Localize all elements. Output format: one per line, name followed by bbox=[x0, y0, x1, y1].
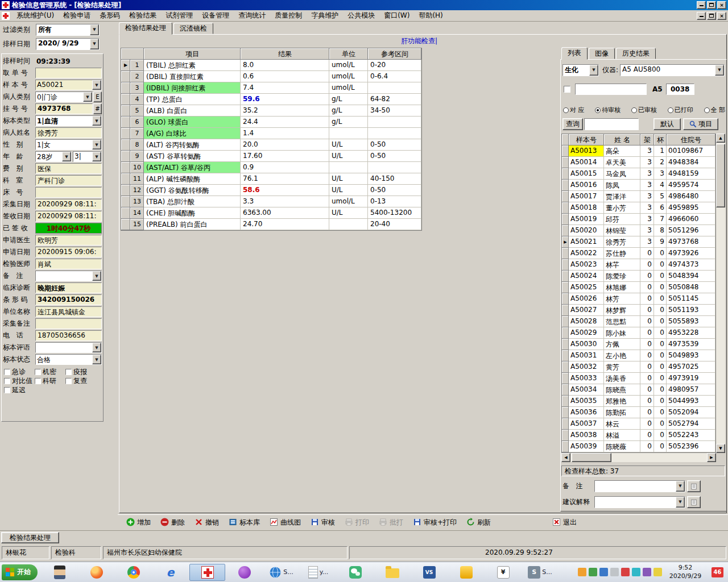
chevron-down-icon[interactable]: ▼ bbox=[90, 39, 99, 49]
notification-badge[interactable]: 46 bbox=[712, 567, 723, 577]
vs-app-taskbar-button[interactable]: VS bbox=[411, 564, 447, 581]
edit-button[interactable]: E bbox=[93, 92, 102, 102]
field-input[interactable]: 18705036656 bbox=[35, 330, 102, 341]
right-tab[interactable]: 列表 bbox=[561, 47, 588, 60]
items-button[interactable]: 项目 bbox=[683, 118, 718, 130]
sample-row[interactable]: A50039陈晓薇005052396 bbox=[562, 441, 715, 452]
result-row[interactable]: ▶1(TBIL) 总胆红素8.0umol/L0-20 bbox=[121, 60, 421, 71]
sample-row[interactable]: A50018董小芳364959895 bbox=[562, 202, 715, 214]
result-row[interactable]: 14(CHE) 胆碱酯酶6363.00U/L5400-13200 bbox=[121, 207, 421, 219]
chevron-down-icon[interactable]: ▼ bbox=[62, 152, 71, 161]
field-input[interactable] bbox=[35, 68, 102, 78]
checkbox-box[interactable] bbox=[4, 378, 10, 384]
status-radio[interactable]: 已审核 bbox=[631, 106, 657, 114]
scroll-right-icon[interactable]: ▶ bbox=[707, 453, 716, 462]
sample-row[interactable]: A50030方佩004973539 bbox=[562, 339, 715, 350]
field-input[interactable]: 4973768 bbox=[35, 103, 93, 114]
result-row[interactable]: 9(AST) 谷草转氨酶17.60U/L0-50 bbox=[121, 151, 421, 162]
field-input[interactable]: 342009150026 bbox=[35, 294, 102, 305]
chevron-down-icon[interactable]: ▼ bbox=[92, 140, 101, 149]
sample-row[interactable]: A50026林芳005051145 bbox=[562, 293, 715, 305]
checkbox-box[interactable] bbox=[65, 378, 72, 384]
minimize-button[interactable] bbox=[697, 1, 706, 9]
tray-icon[interactable] bbox=[653, 568, 662, 576]
result-value[interactable]: 7.4 bbox=[241, 82, 329, 94]
undo-button[interactable]: 撤销 bbox=[192, 517, 222, 529]
result-row[interactable]: 4(TP) 总蛋白59.6g/L64-82 bbox=[121, 94, 421, 105]
status-radio[interactable]: 已打印 bbox=[668, 106, 693, 114]
result-row[interactable]: 15(PREALB) 前白蛋白24.7020-40 bbox=[121, 219, 421, 230]
chevron-down-icon[interactable]: ▼ bbox=[589, 65, 598, 76]
sample-library-button[interactable]: 标本库 bbox=[226, 517, 263, 529]
status-radio[interactable]: 待审核 bbox=[595, 106, 621, 114]
audit-print-button[interactable]: 审核+打印 bbox=[410, 517, 460, 529]
file-explorer-taskbar-button[interactable] bbox=[374, 564, 410, 581]
patient-checkbox[interactable]: 延迟 bbox=[4, 385, 35, 395]
chrome-taskbar-button[interactable] bbox=[115, 564, 151, 581]
right-tab[interactable]: 图像 bbox=[589, 48, 615, 59]
browser-app-taskbar-button[interactable]: S... bbox=[263, 564, 299, 581]
field-input[interactable] bbox=[35, 318, 102, 329]
result-row[interactable]: 7(A/G) 白球比1.4 bbox=[121, 128, 421, 139]
result-value[interactable]: 0.9 bbox=[241, 162, 329, 173]
checkbox-box[interactable] bbox=[4, 369, 10, 375]
sample-row[interactable]: A50038林溢005052243 bbox=[562, 430, 715, 441]
menu-item[interactable]: 字典维护 bbox=[307, 10, 343, 22]
query-input[interactable] bbox=[584, 118, 639, 130]
right-tab[interactable]: 历史结果 bbox=[616, 48, 656, 59]
scrollbar-thumb[interactable] bbox=[716, 144, 725, 207]
result-value[interactable]: 35.2 bbox=[241, 105, 329, 117]
sample-row[interactable]: A50028范思黠005055893 bbox=[562, 316, 715, 327]
wechat-taskbar-button[interactable] bbox=[337, 564, 373, 581]
chevron-down-icon[interactable]: ▼ bbox=[92, 116, 101, 126]
tray-icon[interactable] bbox=[589, 568, 597, 576]
field-input[interactable]: 20200915 09:06: bbox=[35, 247, 102, 257]
scroll-down-icon[interactable]: ▼ bbox=[716, 444, 725, 453]
hash-button[interactable]: # bbox=[93, 103, 102, 114]
sample-row[interactable]: A50019邱芬374966060 bbox=[562, 214, 715, 225]
menu-item[interactable]: 试剂管理 bbox=[161, 10, 197, 22]
field-combobox[interactable]: ▼ bbox=[35, 271, 102, 281]
main-tab[interactable]: 沉渣镜检 bbox=[173, 23, 213, 34]
curve-chart-button[interactable]: 曲线图 bbox=[267, 517, 304, 529]
result-row[interactable]: 11(ALP) 碱性磷酸酶76.1U/L40-150 bbox=[121, 173, 421, 185]
scroll-up-icon[interactable]: ▲ bbox=[716, 134, 725, 143]
field-input[interactable]: 晚期妊娠 bbox=[35, 282, 102, 293]
finance-app-taskbar-button[interactable] bbox=[448, 564, 484, 581]
default-button[interactable]: 默认 bbox=[653, 118, 681, 130]
advice-edit-button[interactable] bbox=[687, 496, 701, 508]
mdi-close-button[interactable]: × bbox=[717, 12, 726, 20]
sample-row[interactable]: A50014卓天美324948384 bbox=[562, 157, 715, 168]
field-input[interactable]: 20200929 08:11: bbox=[35, 211, 102, 222]
chevron-down-icon[interactable]: ▼ bbox=[676, 481, 685, 492]
patient-checkbox[interactable]: 疫报 bbox=[65, 367, 101, 377]
result-row[interactable]: 10(AST/ALT) 谷草/谷丙0.9 bbox=[121, 162, 421, 173]
field-input[interactable]: 连江县凤城镇金 bbox=[35, 306, 102, 317]
query-button[interactable]: 查询 bbox=[562, 118, 583, 130]
patient-checkbox[interactable]: 急诊 bbox=[4, 367, 35, 377]
menu-item[interactable]: 设备管理 bbox=[197, 10, 234, 22]
sample-row[interactable]: A50023林芊004974373 bbox=[562, 259, 715, 271]
sample-row[interactable]: A50035郑雅艳005044993 bbox=[562, 396, 715, 407]
result-row[interactable]: 8(ALT) 谷丙转氨酶20.0U/L0-50 bbox=[121, 139, 421, 151]
sample-row[interactable]: A50027林梦辉005051193 bbox=[562, 305, 715, 316]
result-value[interactable]: 76.1 bbox=[241, 173, 329, 185]
lis-app-taskbar-button[interactable] bbox=[189, 564, 225, 581]
menu-item[interactable]: 检验结果 bbox=[125, 10, 161, 22]
status-radio[interactable]: 对 应 bbox=[563, 106, 585, 114]
internet-explorer-taskbar-button[interactable]: e bbox=[152, 564, 188, 581]
patient-checkbox[interactable]: 机密 bbox=[35, 367, 65, 377]
sample-row[interactable]: A50024陈爱珍005048394 bbox=[562, 271, 715, 282]
sample-row[interactable]: A50025林旭娜005050848 bbox=[562, 282, 715, 293]
menu-item[interactable]: 质量控制 bbox=[270, 10, 307, 22]
result-value[interactable]: 3.3 bbox=[241, 196, 329, 207]
chevron-down-icon[interactable]: ▼ bbox=[676, 497, 685, 508]
tray-icon[interactable] bbox=[621, 568, 630, 576]
chevron-down-icon[interactable]: ▼ bbox=[92, 152, 101, 161]
delete-button[interactable]: 删除 bbox=[158, 517, 188, 529]
sample-row[interactable]: A50031左小艳005049893 bbox=[562, 350, 715, 361]
scroll-left-icon[interactable]: ◀ bbox=[561, 453, 570, 462]
result-value[interactable]: 0.6 bbox=[241, 71, 329, 82]
sample-row[interactable]: A50036陈勤拓005052094 bbox=[562, 407, 715, 418]
category-select[interactable]: 生化 ▼ bbox=[562, 64, 599, 76]
